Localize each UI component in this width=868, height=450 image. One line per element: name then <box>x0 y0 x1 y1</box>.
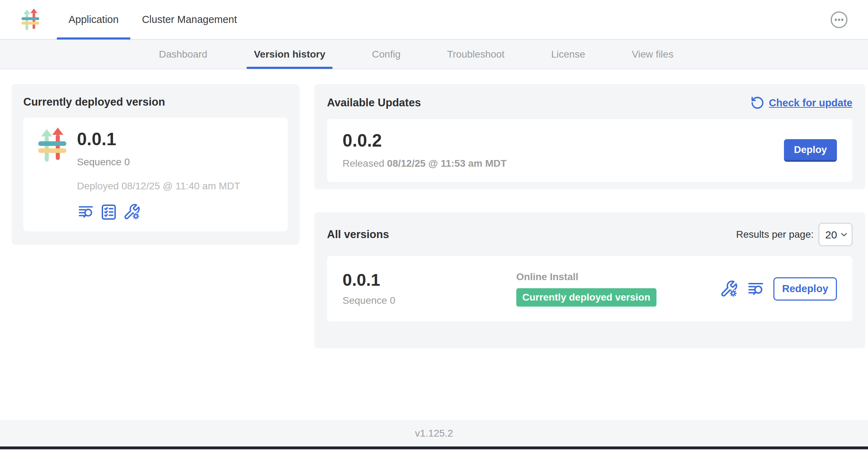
release-diff-icon <box>747 280 765 297</box>
refresh-icon <box>750 96 765 110</box>
update-version-number: 0.0.2 <box>343 132 507 149</box>
arrows-logo-icon <box>36 128 69 163</box>
row-version-number: 0.0.1 <box>343 272 516 289</box>
release-diff-button[interactable] <box>77 204 95 220</box>
tab-application[interactable]: Application <box>57 0 130 39</box>
check-for-update-link[interactable]: Check for update <box>750 96 852 110</box>
deployed-version-panel: 0.0.1 Sequence 0 Deployed 08/12/25 @ 11:… <box>23 118 288 231</box>
tab-cluster-management[interactable]: Cluster Management <box>130 0 249 39</box>
app-level-tabs: Application Cluster Management <box>57 0 249 39</box>
release-diff-button[interactable] <box>747 280 765 297</box>
config-wrench-icon <box>720 280 738 298</box>
app-sub-nav: Dashboard Version history Config Trouble… <box>0 40 868 69</box>
console-version: v1.125.2 <box>415 428 453 439</box>
preflight-checks-icon <box>100 203 117 221</box>
circle-ellipsis-icon <box>830 11 848 29</box>
tab-license[interactable]: License <box>544 40 593 69</box>
currently-deployed-title: Currently deployed version <box>23 96 288 108</box>
check-for-update-label: Check for update <box>769 97 852 109</box>
tab-view-files[interactable]: View files <box>624 40 681 69</box>
deployed-timestamp: Deployed 08/12/25 @ 11:40 am MDT <box>77 180 240 192</box>
preflight-checks-button[interactable] <box>100 203 117 221</box>
update-released-timestamp: Released 08/12/25 @ 11:53 am MDT <box>343 158 507 169</box>
more-menu-button[interactable] <box>830 11 848 29</box>
tab-config[interactable]: Config <box>364 40 408 69</box>
arrows-logo-icon <box>20 8 41 31</box>
tab-version-history[interactable]: Version history <box>246 40 333 69</box>
release-diff-icon <box>77 204 95 220</box>
deployed-action-icons <box>77 203 240 221</box>
redeploy-button[interactable]: Redeploy <box>773 277 837 301</box>
all-versions-title: All versions <box>327 228 389 241</box>
results-per-page-select[interactable]: 20 <box>819 223 852 246</box>
available-updates-title: Available Updates <box>327 96 421 109</box>
available-update-row: 0.0.2 Released 08/12/25 @ 11:53 am MDT D… <box>327 119 852 182</box>
currently-deployed-badge: Currently deployed version <box>516 288 656 307</box>
edit-config-button[interactable] <box>123 203 141 221</box>
deploy-button[interactable]: Deploy <box>784 139 837 162</box>
app-footer: v1.125.2 <box>0 420 868 446</box>
version-history-page: Currently deployed version 0.0.1 Sequenc… <box>0 69 868 420</box>
right-column: Available Updates Check for update 0.0.2… <box>314 84 865 420</box>
deployed-sequence: Sequence 0 <box>77 156 240 168</box>
app-logo <box>20 8 41 31</box>
row-sequence: Sequence 0 <box>343 295 516 306</box>
top-nav: Application Cluster Management <box>0 0 868 40</box>
window-bottom-edge <box>0 446 868 449</box>
currently-deployed-card: Currently deployed version 0.0.1 Sequenc… <box>12 84 299 245</box>
version-row: 0.0.1 Sequence 0 Online Install Currentl… <box>327 256 852 321</box>
row-install-type: Online Install <box>516 271 720 283</box>
results-per-page-label: Results per page: <box>736 229 814 240</box>
deployed-version-number: 0.0.1 <box>77 130 240 148</box>
tab-dashboard[interactable]: Dashboard <box>151 40 215 69</box>
edit-config-button[interactable] <box>720 280 738 298</box>
config-wrench-icon <box>123 203 141 221</box>
available-updates-card: Available Updates Check for update 0.0.2… <box>314 84 865 189</box>
all-versions-card: All versions Results per page: 20 0. <box>314 212 865 348</box>
tab-troubleshoot[interactable]: Troubleshoot <box>440 40 512 69</box>
